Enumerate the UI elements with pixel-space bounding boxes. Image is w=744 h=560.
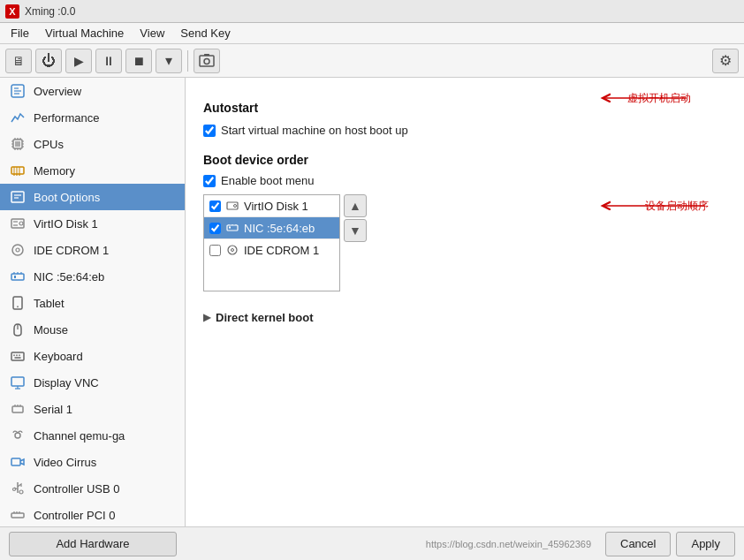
add-hardware-label: Add Hardware [56, 537, 129, 550]
boot-item-ide-cdrom-label: IDE CDROM 1 [244, 244, 319, 257]
svg-rect-8 [15, 141, 20, 147]
dropdown-button[interactable]: ▾ [156, 49, 182, 73]
controller-usb-label: Controller USB 0 [34, 482, 120, 496]
display-vnc-label: Display VNC [34, 376, 99, 390]
svg-point-36 [16, 248, 19, 252]
enable-boot-menu-label[interactable]: Enable boot menu [221, 174, 315, 187]
autostart-title: Autostart [203, 101, 726, 115]
sidebar-item-virtio-disk-1[interactable]: VirtIO Disk 1 [0, 210, 185, 237]
sidebar-item-cpus[interactable]: CPUs [0, 131, 185, 157]
sidebar-item-channel-qemu-ga[interactable]: Channel qemu-ga [0, 422, 185, 449]
menu-file[interactable]: File [4, 25, 36, 42]
svg-point-81 [232, 249, 234, 252]
sidebar-item-mouse[interactable]: Mouse [0, 316, 185, 343]
sidebar-item-nic[interactable]: NIC :5e:64:eb [0, 263, 185, 290]
autostart-checkbox[interactable] [203, 125, 216, 137]
svg-point-32 [19, 222, 23, 225]
virtio-disk-icon [9, 215, 27, 232]
svg-point-57 [15, 433, 20, 438]
move-down-button[interactable]: ▼ [344, 219, 367, 242]
svg-point-59 [19, 490, 23, 494]
main-layout: Overview Performance CPUs Memory Boot Op… [0, 78, 744, 526]
svg-rect-45 [11, 352, 24, 360]
nic-boot-icon [225, 221, 239, 235]
channel-label: Channel qemu-ga [34, 429, 125, 443]
boot-list-container: VirtIO Disk 1 NIC :5e:64:eb [203, 194, 726, 291]
stop-button[interactable]: ⏹ [125, 49, 152, 73]
boot-item-virtio-disk[interactable]: VirtIO Disk 1 [204, 195, 339, 217]
app-icon: X [5, 4, 19, 19]
sidebar-item-serial-1[interactable]: Serial 1 [0, 396, 185, 422]
svg-rect-79 [229, 227, 231, 229]
boot-item-nic-checkbox[interactable] [209, 223, 221, 234]
boot-item-virtio-disk-label: VirtIO Disk 1 [244, 200, 308, 213]
power-button[interactable]: ⏻ [35, 49, 62, 73]
sidebar-item-controller-usb-0[interactable]: Controller USB 0 [0, 475, 185, 502]
manage-button[interactable]: ⚙ [712, 49, 739, 73]
boot-item-virtio-disk-checkbox[interactable] [209, 201, 221, 212]
usb-icon [9, 480, 27, 497]
enable-boot-menu-checkbox[interactable] [203, 175, 216, 187]
toolbar-separator [187, 50, 188, 72]
boot-options-icon [9, 188, 27, 206]
screenshot-button[interactable] [194, 49, 220, 73]
sidebar-item-controller-pci-0[interactable]: Controller PCI 0 [0, 502, 185, 526]
boot-item-ide-cdrom[interactable]: IDE CDROM 1 [204, 239, 339, 261]
boot-item-ide-cdrom-checkbox[interactable] [209, 245, 221, 256]
svg-point-74 [234, 205, 237, 208]
title-bar: X Xming :0.0 [0, 0, 744, 23]
cdrom-boot-icon [225, 243, 239, 257]
sidebar-item-memory[interactable]: Memory [0, 157, 185, 184]
serial-icon [9, 400, 27, 418]
performance-label: Performance [34, 111, 99, 125]
svg-rect-1 [204, 54, 209, 56]
menu-send-key[interactable]: Send Key [173, 25, 237, 42]
boot-list: VirtIO Disk 1 NIC :5e:64:eb [203, 194, 340, 291]
autostart-checkbox-row: Start virtual machine on host boot up [203, 124, 726, 137]
sidebar-item-display-vnc[interactable]: Display VNC [0, 369, 185, 396]
channel-icon [9, 427, 27, 444]
monitor-button[interactable]: 🖥 [5, 49, 32, 73]
serial-label: Serial 1 [34, 403, 72, 416]
boot-device-section: Boot device order Enable boot menu 设备启动顺… [203, 153, 726, 291]
boot-item-nic-label: NIC :5e:64:eb [244, 222, 315, 235]
virtio-disk-label: VirtIO Disk 1 [34, 217, 98, 231]
play-button[interactable]: ▶ [65, 49, 92, 73]
sidebar-item-tablet[interactable]: Tablet [0, 290, 185, 316]
svg-rect-53 [12, 406, 23, 412]
pause-button[interactable]: ⏸ [95, 49, 122, 73]
sidebar: Overview Performance CPUs Memory Boot Op… [0, 78, 186, 526]
svg-rect-28 [11, 192, 24, 202]
menu-view[interactable]: View [133, 25, 171, 42]
boot-item-nic[interactable]: NIC :5e:64:eb [204, 217, 339, 239]
svg-point-80 [228, 246, 237, 254]
sidebar-item-boot-options[interactable]: Boot Options [0, 184, 185, 210]
tablet-label: Tablet [34, 297, 65, 310]
sidebar-item-keyboard[interactable]: Keyboard [0, 343, 185, 369]
direct-kernel-toggle[interactable]: ▶ Direct kernel boot [203, 307, 726, 328]
svg-point-35 [12, 245, 23, 255]
svg-rect-50 [11, 377, 24, 386]
apply-button[interactable]: Apply [676, 532, 735, 556]
svg-point-2 [204, 58, 209, 64]
screenshot-icon [199, 53, 215, 69]
sidebar-item-performance[interactable]: Performance [0, 104, 185, 131]
sidebar-item-overview[interactable]: Overview [0, 78, 185, 104]
svg-rect-61 [11, 513, 24, 518]
sidebar-item-video-cirrus[interactable]: Video Cirrus [0, 449, 185, 475]
menu-bar: File Virtual Machine View Send Key [0, 23, 744, 44]
move-up-button[interactable]: ▲ [344, 194, 367, 217]
overview-label: Overview [34, 85, 81, 98]
menu-virtual-machine[interactable]: Virtual Machine [38, 25, 131, 42]
add-hardware-button[interactable]: Add Hardware [9, 532, 177, 556]
mouse-label: Mouse [34, 323, 68, 337]
sidebar-item-ide-cdrom-1[interactable]: IDE CDROM 1 [0, 237, 185, 263]
window-title: Xming :0.0 [25, 5, 75, 18]
nic-icon [9, 268, 27, 285]
autostart-checkbox-label[interactable]: Start virtual machine on host boot up [221, 124, 408, 137]
cancel-button[interactable]: Cancel [605, 532, 671, 556]
performance-icon [9, 109, 27, 126]
boot-arrows: ▲ ▼ [344, 194, 367, 242]
pci-icon [9, 506, 27, 524]
memory-label: Memory [34, 164, 75, 178]
